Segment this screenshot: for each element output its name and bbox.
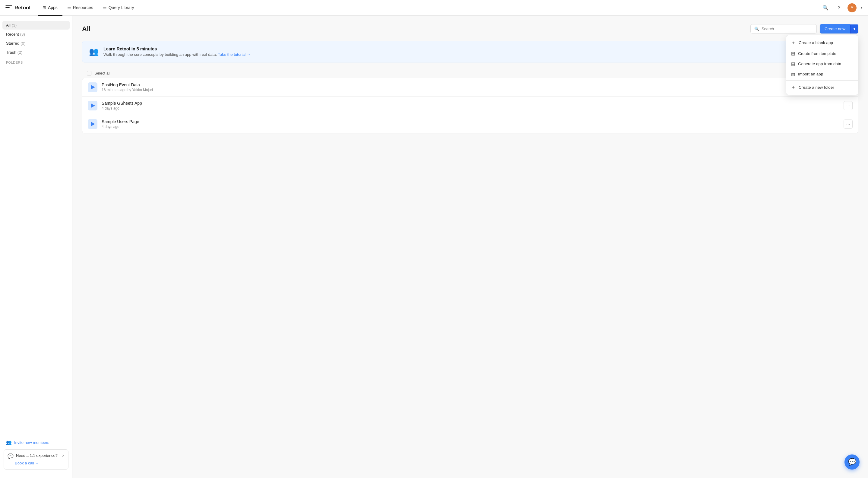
chat-widget-header: 💬 Need a 1:1 experience? × bbox=[7, 453, 65, 459]
main-header: All 🔍 Create new ▾ bbox=[82, 24, 858, 33]
sidebar: All (3) Recent (3) Starred (0) Trash (2)… bbox=[0, 16, 72, 478]
search-input[interactable] bbox=[762, 27, 813, 31]
new-folder-icon: ＋ bbox=[791, 85, 796, 90]
banner-icon: 👥 bbox=[89, 47, 99, 56]
chat-widget-title: Need a 1:1 experience? bbox=[16, 453, 58, 458]
table-row[interactable]: Sample Users Page 4 days ago ··· bbox=[82, 115, 858, 133]
app-name: PostHog Event Data bbox=[102, 82, 839, 87]
invite-members-link[interactable]: 👥 Invite new members bbox=[4, 438, 68, 447]
app-meta: 16 minutes ago by Yakko Majuri bbox=[102, 88, 839, 92]
search-box-icon: 🔍 bbox=[754, 27, 759, 31]
banner-text: Learn Retool in 5 minutes Walk through t… bbox=[103, 47, 251, 57]
select-all-row: Select all bbox=[82, 68, 858, 78]
app-name: Sample Users Page bbox=[102, 119, 839, 124]
layout: All (3) Recent (3) Starred (0) Trash (2)… bbox=[0, 16, 868, 478]
sidebar-nav: All (3) Recent (3) Starred (0) Trash (2) bbox=[0, 21, 72, 57]
logo[interactable]: Retool bbox=[5, 5, 30, 11]
create-new-main-button[interactable]: Create new bbox=[820, 24, 850, 33]
topnav: Retool ⊞ Apps ☰ Resources ☰ Query Librar… bbox=[0, 0, 868, 16]
select-all-label: Select all bbox=[94, 71, 111, 76]
chat-fab-icon: 💬 bbox=[848, 458, 856, 466]
resources-nav-icon: ☰ bbox=[67, 5, 71, 10]
sidebar-item-all[interactable]: All (3) bbox=[2, 21, 70, 30]
learn-banner: 👥 Learn Retool in 5 minutes Walk through… bbox=[82, 41, 858, 62]
app-info: Sample Users Page 4 days ago bbox=[102, 119, 839, 129]
avatar[interactable]: Y bbox=[847, 3, 857, 12]
app-icon-wrap bbox=[88, 82, 97, 92]
banner-title: Learn Retool in 5 minutes bbox=[103, 47, 251, 51]
book-call-link[interactable]: Book a call → bbox=[15, 461, 39, 465]
create-new-dropdown: ＋ Create a blank app ▤ Create from templ… bbox=[786, 35, 858, 95]
help-icon-btn[interactable]: ? bbox=[834, 3, 843, 12]
main-actions: 🔍 Create new ▾ bbox=[750, 24, 858, 33]
app-list: PostHog Event Data 16 minutes ago by Yak… bbox=[82, 78, 858, 133]
app-meta: 4 days ago bbox=[102, 106, 839, 111]
query-library-nav-icon: ☰ bbox=[103, 5, 107, 10]
chat-fab[interactable]: 💬 bbox=[844, 454, 860, 470]
import-app-icon: ▤ bbox=[791, 71, 795, 76]
sidebar-item-starred[interactable]: Starred (0) bbox=[2, 39, 70, 48]
nav-apps[interactable]: ⊞ Apps bbox=[38, 0, 62, 16]
app-info: Sample GSheets App 4 days ago bbox=[102, 101, 839, 111]
chat-bubble-icon: 💬 bbox=[7, 453, 13, 459]
page-title: All bbox=[82, 25, 91, 33]
avatar-dropdown-caret[interactable]: ▾ bbox=[861, 6, 863, 10]
dropdown-new-folder[interactable]: ＋ Create a new folder bbox=[786, 82, 858, 93]
logo-text: Retool bbox=[14, 5, 30, 11]
apps-nav-icon: ⊞ bbox=[42, 5, 46, 10]
search-box[interactable]: 🔍 bbox=[750, 24, 817, 33]
play-icon bbox=[91, 122, 95, 126]
play-icon bbox=[91, 85, 95, 89]
sidebar-folders-label: Folders bbox=[0, 57, 72, 65]
nav-links: ⊞ Apps ☰ Resources ☰ Query Library bbox=[38, 0, 139, 16]
dropdown-import-app[interactable]: ▤ Import an app bbox=[786, 69, 858, 79]
table-row[interactable]: Sample GSheets App 4 days ago ··· bbox=[82, 96, 858, 115]
app-meta: 4 days ago bbox=[102, 125, 839, 129]
logo-icon bbox=[5, 5, 12, 10]
nav-resources[interactable]: ☰ Resources bbox=[62, 0, 98, 16]
create-new-button-group: Create new ▾ bbox=[820, 24, 858, 33]
blank-app-icon: ＋ bbox=[791, 40, 796, 46]
chat-widget: 💬 Need a 1:1 experience? × Book a call → bbox=[4, 449, 68, 470]
create-new-caret-button[interactable]: ▾ bbox=[850, 25, 858, 33]
main-content: All 🔍 Create new ▾ ＋ Create a blank app … bbox=[72, 16, 868, 478]
sidebar-item-recent[interactable]: Recent (3) bbox=[2, 30, 70, 39]
play-icon bbox=[91, 103, 95, 108]
search-icon-btn[interactable]: 🔍 bbox=[821, 3, 830, 12]
app-more-button[interactable]: ··· bbox=[843, 101, 852, 110]
topnav-right: 🔍 ? Y ▾ bbox=[821, 3, 863, 12]
select-all-checkbox[interactable] bbox=[87, 71, 91, 76]
sidebar-bottom: 👥 Invite new members 💬 Need a 1:1 experi… bbox=[0, 434, 72, 473]
help-icon: ? bbox=[838, 5, 840, 10]
nav-query-library[interactable]: ☰ Query Library bbox=[98, 0, 139, 16]
dropdown-blank-app[interactable]: ＋ Create a blank app bbox=[786, 37, 858, 48]
dropdown-from-data[interactable]: ▤ Generate app from data bbox=[786, 59, 858, 69]
app-icon-wrap bbox=[88, 101, 97, 111]
table-row[interactable]: PostHog Event Data 16 minutes ago by Yak… bbox=[82, 78, 858, 96]
banner-description: Walk through the core concepts by buildi… bbox=[103, 52, 251, 57]
app-name: Sample GSheets App bbox=[102, 101, 839, 106]
search-icon: 🔍 bbox=[823, 5, 829, 10]
chat-close-button[interactable]: × bbox=[62, 453, 65, 458]
app-info: PostHog Event Data 16 minutes ago by Yak… bbox=[102, 82, 839, 92]
from-template-icon: ▤ bbox=[791, 51, 795, 56]
invite-icon: 👥 bbox=[6, 440, 12, 445]
dropdown-divider bbox=[786, 80, 858, 81]
dropdown-from-template[interactable]: ▤ Create from template bbox=[786, 48, 858, 59]
from-data-icon: ▤ bbox=[791, 61, 795, 66]
sidebar-item-trash[interactable]: Trash (2) bbox=[2, 48, 70, 57]
app-more-button[interactable]: ··· bbox=[843, 119, 852, 128]
tutorial-link[interactable]: Take the tutorial → bbox=[218, 52, 250, 57]
app-icon-wrap bbox=[88, 119, 97, 129]
